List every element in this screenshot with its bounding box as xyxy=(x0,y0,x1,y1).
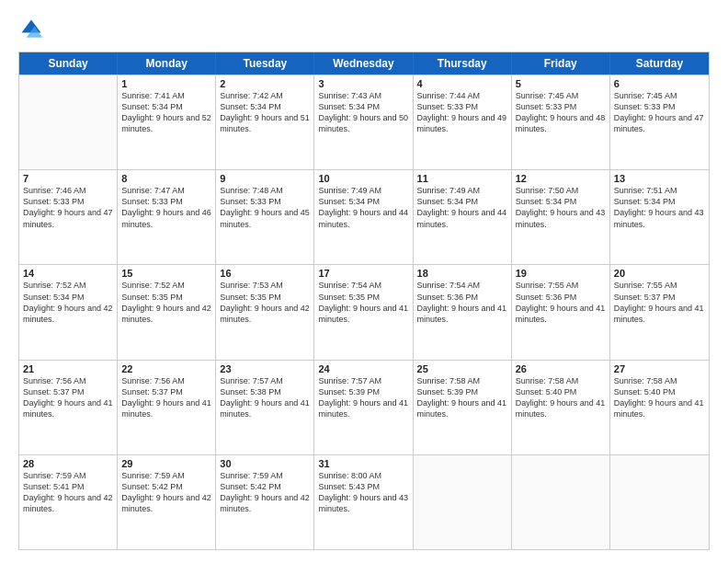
calendar-cell: 6Sunrise: 7:45 AMSunset: 5:33 PMDaylight… xyxy=(610,75,709,169)
day-info: Sunrise: 7:48 AMSunset: 5:33 PMDaylight:… xyxy=(220,185,310,230)
calendar-cell: 12Sunrise: 7:50 AMSunset: 5:34 PMDayligh… xyxy=(512,170,610,264)
calendar-cell: 21Sunrise: 7:56 AMSunset: 5:37 PMDayligh… xyxy=(19,361,118,454)
day-info: Sunrise: 7:55 AMSunset: 5:36 PMDaylight:… xyxy=(516,280,606,325)
day-number: 22 xyxy=(121,363,211,374)
day-number: 8 xyxy=(121,173,211,184)
day-info: Sunrise: 7:52 AMSunset: 5:34 PMDaylight:… xyxy=(23,280,113,325)
day-info: Sunrise: 7:46 AMSunset: 5:33 PMDaylight:… xyxy=(23,185,113,230)
calendar-cell: 8Sunrise: 7:47 AMSunset: 5:33 PMDaylight… xyxy=(118,170,216,264)
day-info: Sunrise: 7:49 AMSunset: 5:34 PMDaylight:… xyxy=(417,185,507,230)
calendar-cell: 26Sunrise: 7:58 AMSunset: 5:40 PMDayligh… xyxy=(512,361,610,454)
day-info: Sunrise: 7:57 AMSunset: 5:39 PMDaylight:… xyxy=(318,375,408,420)
day-number: 3 xyxy=(318,78,408,89)
day-info: Sunrise: 7:55 AMSunset: 5:37 PMDaylight:… xyxy=(614,280,705,325)
day-info: Sunrise: 7:54 AMSunset: 5:36 PMDaylight:… xyxy=(417,280,507,325)
calendar-cell: 9Sunrise: 7:48 AMSunset: 5:33 PMDaylight… xyxy=(216,170,314,264)
calendar-cell: 3Sunrise: 7:43 AMSunset: 5:34 PMDaylight… xyxy=(314,75,413,169)
calendar-cell: 24Sunrise: 7:57 AMSunset: 5:39 PMDayligh… xyxy=(314,361,413,454)
day-info: Sunrise: 7:58 AMSunset: 5:40 PMDaylight:… xyxy=(516,375,606,420)
day-info: Sunrise: 7:59 AMSunset: 5:42 PMDaylight:… xyxy=(121,470,211,515)
day-number: 1 xyxy=(121,78,211,89)
calendar-cell: 17Sunrise: 7:54 AMSunset: 5:35 PMDayligh… xyxy=(314,265,413,359)
day-info: Sunrise: 7:58 AMSunset: 5:39 PMDaylight:… xyxy=(417,375,507,420)
calendar-cell xyxy=(19,75,118,169)
day-number: 20 xyxy=(614,268,705,279)
logo xyxy=(18,17,48,42)
weekday-header-wednesday: Wednesday xyxy=(314,52,413,75)
day-number: 5 xyxy=(516,78,606,89)
day-number: 14 xyxy=(23,268,113,279)
day-info: Sunrise: 7:53 AMSunset: 5:35 PMDaylight:… xyxy=(220,280,310,325)
calendar-cell: 22Sunrise: 7:56 AMSunset: 5:37 PMDayligh… xyxy=(118,361,216,454)
day-number: 18 xyxy=(417,268,507,279)
calendar-cell xyxy=(512,455,610,549)
day-number: 31 xyxy=(318,458,408,469)
weekday-header-monday: Monday xyxy=(118,52,216,75)
calendar-cell: 25Sunrise: 7:58 AMSunset: 5:39 PMDayligh… xyxy=(414,361,512,454)
day-info: Sunrise: 7:51 AMSunset: 5:34 PMDaylight:… xyxy=(614,185,705,230)
day-info: Sunrise: 7:50 AMSunset: 5:34 PMDaylight:… xyxy=(516,185,606,230)
day-info: Sunrise: 7:59 AMSunset: 5:41 PMDaylight:… xyxy=(23,470,113,515)
day-info: Sunrise: 7:45 AMSunset: 5:33 PMDaylight:… xyxy=(516,90,606,135)
day-number: 24 xyxy=(318,363,408,374)
day-number: 6 xyxy=(614,78,705,89)
calendar-row-0: 1Sunrise: 7:41 AMSunset: 5:34 PMDaylight… xyxy=(19,75,709,169)
day-number: 11 xyxy=(417,173,507,184)
calendar-cell: 15Sunrise: 7:52 AMSunset: 5:35 PMDayligh… xyxy=(118,265,216,359)
calendar-header-row: SundayMondayTuesdayWednesdayThursdayFrid… xyxy=(19,52,709,75)
weekday-header-thursday: Thursday xyxy=(414,52,512,75)
day-number: 23 xyxy=(220,363,310,374)
calendar-cell: 28Sunrise: 7:59 AMSunset: 5:41 PMDayligh… xyxy=(19,455,118,549)
day-info: Sunrise: 7:58 AMSunset: 5:40 PMDaylight:… xyxy=(614,375,705,420)
day-number: 4 xyxy=(417,78,507,89)
day-number: 13 xyxy=(614,173,705,184)
day-info: Sunrise: 7:52 AMSunset: 5:35 PMDaylight:… xyxy=(121,280,211,325)
day-info: Sunrise: 7:41 AMSunset: 5:34 PMDaylight:… xyxy=(121,90,211,135)
calendar-cell: 7Sunrise: 7:46 AMSunset: 5:33 PMDaylight… xyxy=(19,170,118,264)
day-info: Sunrise: 7:43 AMSunset: 5:34 PMDaylight:… xyxy=(318,90,408,135)
day-info: Sunrise: 8:00 AMSunset: 5:43 PMDaylight:… xyxy=(318,470,408,515)
calendar-cell: 4Sunrise: 7:44 AMSunset: 5:33 PMDaylight… xyxy=(414,75,512,169)
day-info: Sunrise: 7:56 AMSunset: 5:37 PMDaylight:… xyxy=(23,375,113,420)
day-number: 12 xyxy=(516,173,606,184)
calendar-row-3: 21Sunrise: 7:56 AMSunset: 5:37 PMDayligh… xyxy=(19,360,709,454)
day-info: Sunrise: 7:47 AMSunset: 5:33 PMDaylight:… xyxy=(121,185,211,230)
calendar-cell: 2Sunrise: 7:42 AMSunset: 5:34 PMDaylight… xyxy=(216,75,314,169)
day-number: 15 xyxy=(121,268,211,279)
calendar-row-1: 7Sunrise: 7:46 AMSunset: 5:33 PMDaylight… xyxy=(19,169,709,264)
calendar-cell: 18Sunrise: 7:54 AMSunset: 5:36 PMDayligh… xyxy=(414,265,512,359)
calendar-cell: 20Sunrise: 7:55 AMSunset: 5:37 PMDayligh… xyxy=(610,265,709,359)
day-number: 19 xyxy=(516,268,606,279)
calendar-row-4: 28Sunrise: 7:59 AMSunset: 5:41 PMDayligh… xyxy=(19,454,709,549)
calendar-cell: 14Sunrise: 7:52 AMSunset: 5:34 PMDayligh… xyxy=(19,265,118,359)
calendar-cell: 10Sunrise: 7:49 AMSunset: 5:34 PMDayligh… xyxy=(314,170,413,264)
weekday-header-friday: Friday xyxy=(512,52,610,75)
day-info: Sunrise: 7:49 AMSunset: 5:34 PMDaylight:… xyxy=(318,185,408,230)
calendar-cell: 11Sunrise: 7:49 AMSunset: 5:34 PMDayligh… xyxy=(414,170,512,264)
calendar-row-2: 14Sunrise: 7:52 AMSunset: 5:34 PMDayligh… xyxy=(19,264,709,359)
calendar-cell: 19Sunrise: 7:55 AMSunset: 5:36 PMDayligh… xyxy=(512,265,610,359)
weekday-header-sunday: Sunday xyxy=(19,52,118,75)
calendar-cell: 16Sunrise: 7:53 AMSunset: 5:35 PMDayligh… xyxy=(216,265,314,359)
calendar-cell: 30Sunrise: 7:59 AMSunset: 5:42 PMDayligh… xyxy=(216,455,314,549)
calendar-cell: 23Sunrise: 7:57 AMSunset: 5:38 PMDayligh… xyxy=(216,361,314,454)
day-info: Sunrise: 7:57 AMSunset: 5:38 PMDaylight:… xyxy=(220,375,310,420)
day-number: 21 xyxy=(23,363,113,374)
logo-icon xyxy=(18,17,44,42)
calendar-cell: 27Sunrise: 7:58 AMSunset: 5:40 PMDayligh… xyxy=(610,361,709,454)
day-number: 7 xyxy=(23,173,113,184)
calendar-cell: 31Sunrise: 8:00 AMSunset: 5:43 PMDayligh… xyxy=(314,455,413,549)
day-number: 26 xyxy=(516,363,606,374)
calendar-cell xyxy=(414,455,512,549)
day-info: Sunrise: 7:54 AMSunset: 5:35 PMDaylight:… xyxy=(318,280,408,325)
page: SundayMondayTuesdayWednesdayThursdayFrid… xyxy=(0,0,728,563)
calendar-cell: 13Sunrise: 7:51 AMSunset: 5:34 PMDayligh… xyxy=(610,170,709,264)
day-number: 25 xyxy=(417,363,507,374)
day-info: Sunrise: 7:45 AMSunset: 5:33 PMDaylight:… xyxy=(614,90,705,135)
day-number: 28 xyxy=(23,458,113,469)
day-info: Sunrise: 7:59 AMSunset: 5:42 PMDaylight:… xyxy=(220,470,310,515)
weekday-header-saturday: Saturday xyxy=(610,52,709,75)
calendar-cell: 5Sunrise: 7:45 AMSunset: 5:33 PMDaylight… xyxy=(512,75,610,169)
day-info: Sunrise: 7:56 AMSunset: 5:37 PMDaylight:… xyxy=(121,375,211,420)
day-number: 30 xyxy=(220,458,310,469)
